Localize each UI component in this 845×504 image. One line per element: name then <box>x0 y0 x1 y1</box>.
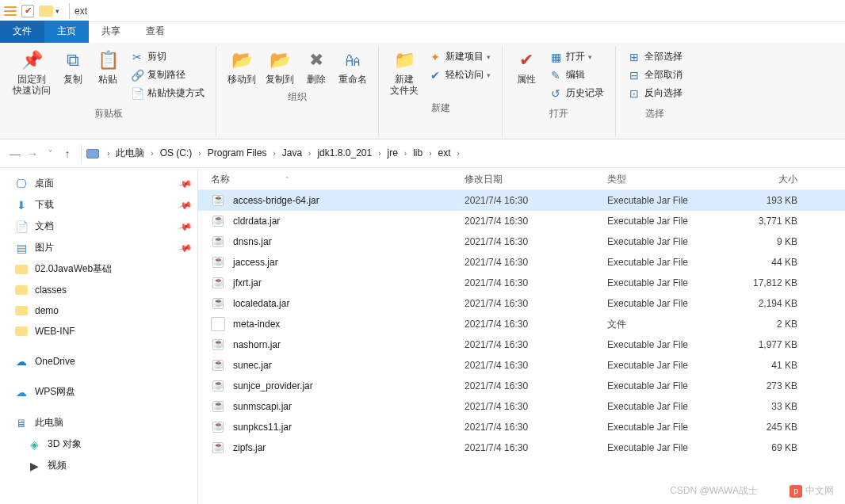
column-date[interactable]: 修改日期 <box>465 173 607 186</box>
paste-button[interactable]: 📋 粘贴 <box>90 46 125 87</box>
sidebar-wps[interactable]: ☁WPS网盘 <box>0 381 197 403</box>
file-row[interactable]: sunjce_provider.jar2021/7/4 16:30Executa… <box>198 376 845 396</box>
breadcrumb-segment[interactable]: Program Files <box>205 147 270 158</box>
nav-forward-button[interactable]: → <box>24 147 41 160</box>
file-name: meta-index <box>233 319 280 330</box>
paste-shortcut-button[interactable]: 📄粘贴快捷方式 <box>127 84 208 102</box>
sidebar-item[interactable]: classes <box>0 280 197 300</box>
select-none-button[interactable]: ⊟全部取消 <box>624 66 686 84</box>
breadcrumb[interactable]: › 此电脑›OS (C:)›Program Files›Java›jdk1.8.… <box>86 147 839 160</box>
chevron-right-icon[interactable]: › <box>270 149 278 158</box>
qat-checkbox-icon[interactable]: ✔ <box>21 5 34 17</box>
chevron-right-icon[interactable]: › <box>454 149 463 158</box>
file-size: 69 KB <box>726 442 797 453</box>
breadcrumb-segment[interactable]: OS (C:) <box>157 147 196 158</box>
file-row[interactable]: cldrdata.jar2021/7/4 16:30Executable Jar… <box>198 211 845 231</box>
file-row[interactable]: dnsns.jar2021/7/4 16:30Executable Jar Fi… <box>198 231 845 252</box>
new-item-button[interactable]: ✦新建项目▾ <box>425 48 494 66</box>
tab-file[interactable]: 文件 <box>0 21 44 43</box>
sidebar-item[interactable]: ▶视频 <box>0 455 197 476</box>
chevron-right-icon[interactable]: › <box>375 149 384 158</box>
breadcrumb-segment[interactable]: jre <box>384 147 401 158</box>
history-button[interactable]: ↺历史记录 <box>545 84 607 102</box>
file-row[interactable]: nashorn.jar2021/7/4 16:30Executable Jar … <box>198 334 845 355</box>
nav-recent-button[interactable]: ˅ <box>41 149 59 158</box>
move-to-button[interactable]: 📂 移动到 <box>223 46 261 87</box>
select-all-icon: ⊞ <box>627 51 641 63</box>
qat-dropdown-icon[interactable]: ▾ <box>55 7 59 15</box>
chevron-right-icon[interactable]: › <box>104 149 113 158</box>
file-row[interactable]: zipfs.jar2021/7/4 16:30Executable Jar Fi… <box>198 437 845 458</box>
move-icon: 📂 <box>229 48 254 73</box>
sidebar-item[interactable]: WEB-INF <box>0 321 197 342</box>
rename-button[interactable]: 🗛 重命名 <box>334 46 372 87</box>
file-date: 2021/7/4 16:30 <box>465 236 607 247</box>
edit-label: 编辑 <box>566 68 585 82</box>
file-row[interactable]: jaccess.jar2021/7/4 16:30Executable Jar … <box>198 252 845 273</box>
file-row[interactable]: access-bridge-64.jar2021/7/4 16:30Execut… <box>198 190 845 211</box>
document-icon: 📄 <box>14 220 29 233</box>
column-type[interactable]: 类型 <box>607 173 726 186</box>
easy-access-label: 轻松访问 <box>445 68 484 82</box>
tab-view[interactable]: 查看 <box>133 21 178 43</box>
nav-up-button[interactable]: ↑ <box>59 147 76 160</box>
file-row[interactable]: sunec.jar2021/7/4 16:30Executable Jar Fi… <box>198 355 845 376</box>
file-row[interactable]: jfxrt.jar2021/7/4 16:30Executable Jar Fi… <box>198 273 845 293</box>
sidebar-item[interactable]: 🖵桌面📌 <box>0 173 197 194</box>
breadcrumb-segment[interactable]: ext <box>435 147 454 158</box>
file-date: 2021/7/4 16:30 <box>465 298 607 309</box>
column-name[interactable]: 名称 <box>211 173 230 186</box>
sidebar-item-label: 视频 <box>48 459 67 472</box>
edit-button[interactable]: ✎编辑 <box>545 66 607 84</box>
file-row[interactable]: localedata.jar2021/7/4 16:30Executable J… <box>198 293 845 314</box>
copy-to-button[interactable]: 📂 复制到 <box>261 46 299 87</box>
open-button[interactable]: ▦打开▾ <box>545 48 607 66</box>
sidebar-this-pc[interactable]: 🖥此电脑 <box>0 412 197 433</box>
tab-share[interactable]: 共享 <box>89 21 133 43</box>
sidebar-onedrive[interactable]: ☁OneDrive <box>0 351 197 372</box>
jar-icon <box>211 420 225 434</box>
copy-icon: ⧉ <box>60 48 86 73</box>
invert-selection-button[interactable]: ⊡反向选择 <box>624 84 686 102</box>
delete-button[interactable]: ✖ 删除 <box>299 46 334 87</box>
chevron-right-icon[interactable]: › <box>426 149 434 158</box>
easy-access-button[interactable]: ✔轻松访问▾ <box>425 66 494 84</box>
file-row[interactable]: sunmscapi.jar2021/7/4 16:30Executable Ja… <box>198 396 845 417</box>
sidebar-item[interactable]: ⬇下载📌 <box>0 194 197 216</box>
sidebar-item-label: classes <box>35 284 67 296</box>
pin-to-quick-button[interactable]: 📌 固定到 快速访问 <box>8 46 55 98</box>
new-folder-button[interactable]: 📁 新建 文件夹 <box>385 46 423 98</box>
navigation-pane[interactable]: 🖵桌面📌⬇下载📌📄文档📌▤图片📌02.0JavaWeb基础classesdemo… <box>0 168 198 504</box>
breadcrumb-segment[interactable]: 此电脑 <box>113 147 147 158</box>
chevron-right-icon[interactable]: › <box>195 149 204 158</box>
nav-back-button[interactable]: — <box>6 147 24 160</box>
select-all-button[interactable]: ⊞全部选择 <box>624 48 686 66</box>
breadcrumb-segment[interactable]: lib <box>410 147 426 158</box>
file-row[interactable]: meta-index2021/7/4 16:30文件2 KB <box>198 314 845 334</box>
path-icon: 🔗 <box>130 69 144 82</box>
chevron-right-icon[interactable]: › <box>401 149 410 158</box>
watermark-php: p中文网 <box>790 484 834 498</box>
sidebar-item[interactable]: ▤图片📌 <box>0 237 197 258</box>
app-menu-icon[interactable] <box>3 6 17 17</box>
sidebar-item[interactable]: demo <box>0 300 197 321</box>
sidebar-item[interactable]: 📄文档📌 <box>0 216 197 237</box>
copy-button[interactable]: ⧉ 复制 <box>55 46 90 87</box>
sidebar-item[interactable]: 02.0JavaWeb基础 <box>0 258 197 280</box>
tab-home[interactable]: 主页 <box>44 21 89 43</box>
cloud-icon: ☁ <box>14 386 29 399</box>
breadcrumb-segment[interactable]: Java <box>279 147 305 158</box>
file-date: 2021/7/4 16:30 <box>465 195 607 206</box>
chevron-right-icon[interactable]: › <box>305 149 314 158</box>
file-icon <box>211 317 225 331</box>
column-headers[interactable]: 名称˄ 修改日期 类型 大小 <box>198 168 845 190</box>
copy-path-button[interactable]: 🔗复制路径 <box>127 66 208 84</box>
column-size[interactable]: 大小 <box>726 173 797 186</box>
cut-button[interactable]: ✂剪切 <box>127 48 208 66</box>
breadcrumb-segment[interactable]: jdk1.8.0_201 <box>314 147 375 158</box>
sidebar-item-label: 文档 <box>35 220 54 233</box>
chevron-right-icon[interactable]: › <box>147 149 156 158</box>
properties-button[interactable]: ✔ 属性 <box>509 46 544 87</box>
file-row[interactable]: sunpkcs11.jar2021/7/4 16:30Executable Ja… <box>198 417 845 437</box>
sidebar-item[interactable]: ◈3D 对象 <box>0 433 197 455</box>
